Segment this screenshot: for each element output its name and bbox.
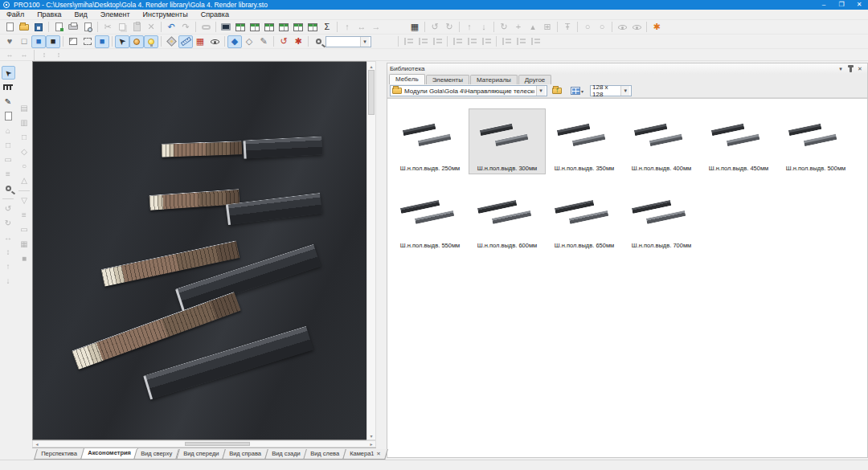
wireframe-view-button[interactable]: □ xyxy=(17,35,31,48)
visibility-button[interactable] xyxy=(207,35,222,48)
side-tool-9[interactable]: ▭ xyxy=(18,223,31,236)
new-button[interactable] xyxy=(2,21,17,34)
folder-up-button[interactable] xyxy=(550,85,564,97)
tab-view-left[interactable]: Вид слева xyxy=(304,449,347,460)
menu-tools[interactable]: Инструменты xyxy=(137,10,194,20)
align-right-button[interactable] xyxy=(430,35,444,48)
menu-edit[interactable]: Правка xyxy=(31,10,68,20)
side-tool-3[interactable]: □ xyxy=(18,130,31,144)
dim-width-button[interactable]: ↔ xyxy=(2,50,17,60)
thumbnail-view-button[interactable]: ▾ xyxy=(567,85,588,97)
lighting-button[interactable] xyxy=(144,35,158,48)
dim-height-button[interactable]: ↕ xyxy=(37,50,51,60)
drawer-slide-dark-1[interactable] xyxy=(243,136,322,158)
scroll-left-icon[interactable]: ◂ xyxy=(33,441,41,447)
show-button[interactable] xyxy=(615,21,629,34)
texture-view-button[interactable]: ■ xyxy=(46,35,60,48)
sketch-view-button[interactable]: ♥ xyxy=(2,35,17,48)
rotate-left-button[interactable]: ↺ xyxy=(428,21,442,34)
side-tool-7[interactable]: ▽ xyxy=(18,194,31,207)
hscroll-thumb[interactable] xyxy=(185,442,250,446)
list-tool[interactable]: ≡ xyxy=(2,167,15,181)
3d-viewport[interactable] xyxy=(32,61,366,440)
hide-button[interactable] xyxy=(629,21,644,34)
report-materials-button[interactable] xyxy=(262,21,276,34)
side-tool-11[interactable]: ■ xyxy=(18,251,31,265)
chevron-down-icon[interactable]: ▾ xyxy=(536,86,545,96)
side-tool-10[interactable]: ▦ xyxy=(18,237,31,251)
undo-button[interactable]: ↶ xyxy=(164,21,178,34)
settings-button[interactable]: ✱ xyxy=(649,21,664,34)
grid-button[interactable]: ▦ xyxy=(193,35,207,48)
link-button[interactable] xyxy=(199,21,213,34)
side-tool-2[interactable]: ▥ xyxy=(18,116,31,129)
rotate-right-tool[interactable]: ↻ xyxy=(2,216,15,230)
swap-button[interactable]: ↔ xyxy=(354,21,369,34)
color-view-button[interactable]: ■ xyxy=(31,35,46,48)
zoom-combobox[interactable]: ▾ xyxy=(326,36,371,47)
close-button[interactable]: ✕ xyxy=(850,0,868,10)
new-element-tool[interactable] xyxy=(2,109,15,123)
panel-collapse-button[interactable]: ▾ xyxy=(836,64,845,73)
page-setup-button[interactable] xyxy=(51,21,66,34)
shape-oval2-button[interactable]: ○ xyxy=(595,21,609,34)
materials-paint-button[interactable] xyxy=(129,35,144,48)
panel-pin-button[interactable] xyxy=(845,64,855,73)
print-preview-button[interactable] xyxy=(80,21,95,34)
copy-button[interactable] xyxy=(115,21,129,34)
panel-close-button[interactable]: ✕ xyxy=(855,64,865,73)
zoom-tool[interactable] xyxy=(2,182,15,195)
viewport-hscrollbar[interactable]: ◂ ▸ xyxy=(32,440,376,448)
library-item[interactable]: Ш.н.пол.выдв. 250мм xyxy=(391,108,469,174)
align-middle-button[interactable] xyxy=(465,35,479,48)
calculation-button[interactable]: Σ xyxy=(320,21,334,34)
fit-view-button[interactable]: ⊞ xyxy=(540,21,555,34)
delete-button[interactable]: ✕ xyxy=(144,21,158,34)
library-item[interactable]: Ш.н.пол.выдв. 350мм xyxy=(546,108,623,174)
menu-element[interactable]: Элемент xyxy=(94,10,137,20)
library-item[interactable]: Ш.н.пол.выдв. 450мм xyxy=(700,108,777,174)
tab-camera1[interactable]: Камера1 ✕ xyxy=(343,449,389,460)
drawer-slide-dark-2[interactable] xyxy=(226,193,322,225)
library-item[interactable]: Ш.н.пол.выдв. 650мм xyxy=(546,186,623,251)
tab-axonometry[interactable]: Аксонометрия xyxy=(80,448,138,460)
tab-furniture[interactable]: Мебель xyxy=(389,74,425,84)
minimize-button[interactable]: – xyxy=(815,0,833,10)
vscroll-thumb[interactable] xyxy=(368,70,375,115)
menu-view[interactable]: Вид xyxy=(68,10,94,20)
side-tool-5[interactable]: ○ xyxy=(18,159,31,173)
draw-tool[interactable]: ✎ xyxy=(2,95,15,108)
dim-depth-button[interactable]: ↔ xyxy=(17,50,31,60)
side-tool-1[interactable]: ▤ xyxy=(18,101,31,115)
menu-help[interactable]: Справка xyxy=(194,10,235,20)
texture-direction-button[interactable] xyxy=(164,35,178,48)
library-item[interactable]: Ш.н.пол.выдв. 600мм xyxy=(469,186,546,251)
zoom-tool-button[interactable] xyxy=(311,35,326,48)
tab-perspective[interactable]: Перспектива xyxy=(34,449,84,460)
align-left-button[interactable] xyxy=(401,35,416,48)
cut-button[interactable]: ✂ xyxy=(100,21,115,34)
print-button[interactable] xyxy=(66,21,80,34)
report-cutlist-button[interactable] xyxy=(248,21,262,34)
distribute-h-button[interactable] xyxy=(499,35,514,48)
report-elements-button[interactable] xyxy=(233,21,248,34)
rotate-right-button[interactable]: ↻ xyxy=(442,21,457,34)
restore-button[interactable]: ❐ xyxy=(833,0,850,10)
raise-tool[interactable]: ↑ xyxy=(2,260,15,273)
snap-off-button[interactable]: ◇ xyxy=(242,35,256,48)
shape-oval-button[interactable]: ○ xyxy=(580,21,595,34)
viewport-vscrollbar[interactable]: ▴ ▾ xyxy=(366,61,376,440)
library-item[interactable]: Ш.н.пол.выдв. 550мм xyxy=(391,186,469,251)
report-accessories-button[interactable] xyxy=(276,21,291,34)
report-summary-button[interactable] xyxy=(305,21,320,34)
zoom-input[interactable] xyxy=(328,38,358,46)
menu-file[interactable]: Файл xyxy=(0,10,31,20)
side-tool-8[interactable]: ≡ xyxy=(18,208,31,222)
flip-v-tool[interactable]: ↕ xyxy=(2,245,15,259)
library-item[interactable]: Ш.н.пол.выдв. 500мм xyxy=(777,108,854,174)
room-tool[interactable]: ⌂ xyxy=(2,124,15,137)
open-button[interactable] xyxy=(17,21,31,34)
side-tool-6[interactable]: △ xyxy=(18,174,31,187)
pin-element-button[interactable]: ▴ xyxy=(526,21,540,34)
save-button[interactable] xyxy=(31,21,46,34)
